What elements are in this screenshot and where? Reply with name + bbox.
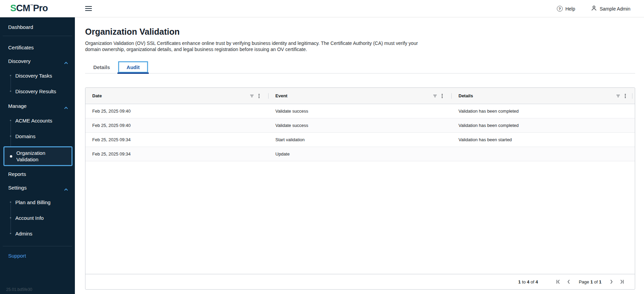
sidebar-item-plan-and-billing[interactable]: Plan and Billing bbox=[0, 197, 75, 207]
pagination-page-text: Page 1 of 1 bbox=[579, 279, 601, 284]
sidebar-item-account-info[interactable]: Account Info bbox=[0, 213, 75, 223]
sidebar-item-reports[interactable]: Reports bbox=[0, 169, 75, 179]
table-row: Feb 25, 2025 09:40 Validate success Vali… bbox=[85, 104, 635, 118]
tab-label: Audit bbox=[127, 64, 140, 70]
help-icon: ? bbox=[557, 6, 563, 12]
sidebar-item-label: Plan and Billing bbox=[15, 199, 50, 205]
sidebar-item-acme-accounts[interactable]: ACME Accounts bbox=[0, 115, 75, 126]
sidebar: Dashboard Certificates Discovery Discove… bbox=[0, 17, 75, 294]
bullet-icon bbox=[10, 120, 11, 121]
sidebar-item-organization-validation[interactable]: Organization Validation bbox=[3, 146, 73, 166]
sidebar-item-label: Certificates bbox=[8, 45, 34, 50]
table-header-row: Date Event Details bbox=[85, 88, 635, 104]
audit-table: Date Event Details bbox=[85, 87, 635, 290]
table-row: Feb 25, 2025 09:34 Start validation Vali… bbox=[85, 133, 635, 147]
cell-event: Validate success bbox=[269, 104, 452, 118]
bullet-icon bbox=[10, 135, 11, 137]
top-right-actions: ? Help Sample Admin bbox=[557, 0, 630, 17]
last-page-button[interactable] bbox=[618, 278, 626, 285]
cell-event: Start validation bbox=[269, 133, 452, 147]
filter-icon[interactable] bbox=[433, 94, 437, 98]
range-word-to: to bbox=[522, 279, 526, 284]
sidebar-item-manage[interactable]: Manage bbox=[0, 101, 75, 111]
column-header-icons bbox=[616, 94, 626, 98]
cell-details bbox=[452, 147, 635, 161]
cell-date: Feb 25, 2025 09:40 bbox=[85, 118, 269, 132]
filter-icon[interactable] bbox=[616, 94, 621, 98]
column-menu-icon[interactable] bbox=[625, 94, 626, 98]
user-name: Sample Admin bbox=[600, 6, 630, 12]
bullet-icon bbox=[10, 75, 11, 76]
cell-date: Feb 25, 2025 09:34 bbox=[85, 133, 269, 147]
tab-details[interactable]: Details bbox=[85, 61, 118, 73]
column-label: Details bbox=[458, 93, 473, 98]
table-row: Feb 25, 2025 09:40 Validate success Vali… bbox=[85, 118, 635, 133]
sidebar-item-discovery-results[interactable]: Discovery Results bbox=[0, 86, 75, 96]
column-menu-icon[interactable] bbox=[441, 94, 443, 98]
page-description: Organization Validation (OV) SSL Certifi… bbox=[85, 40, 422, 52]
bullet-icon bbox=[10, 155, 12, 158]
first-page-button[interactable] bbox=[554, 278, 562, 285]
column-header-event[interactable]: Event bbox=[269, 88, 452, 104]
sidebar-item-certificates[interactable]: Certificates bbox=[0, 42, 75, 52]
user-icon bbox=[591, 5, 597, 12]
logo-cm: CM bbox=[16, 3, 30, 13]
range-total: 4 bbox=[535, 279, 538, 284]
sidebar-item-label: Support bbox=[8, 253, 26, 259]
main-content: Organization Validation Organization Val… bbox=[75, 17, 644, 294]
sidebar-divider bbox=[3, 36, 72, 36]
column-header-date[interactable]: Date bbox=[85, 88, 269, 104]
previous-page-button[interactable] bbox=[565, 278, 573, 285]
sidebar-item-label: Dashboard bbox=[8, 24, 33, 30]
sidebar-item-domains[interactable]: Domains bbox=[0, 131, 75, 141]
sidebar-item-admins[interactable]: Admins bbox=[0, 228, 75, 239]
sidebar-item-label: Organization Validation bbox=[16, 150, 61, 163]
page-word: Page bbox=[579, 279, 589, 284]
pagination-bar: 1 to 4 of 4 Page 1 of 1 bbox=[85, 274, 635, 289]
hamburger-icon bbox=[85, 8, 92, 9]
chevron-up-icon bbox=[64, 104, 68, 110]
tab-bar: Details Audit bbox=[85, 61, 635, 74]
app-logo[interactable]: SCM™Pro bbox=[10, 3, 48, 14]
column-header-details[interactable]: Details bbox=[452, 88, 635, 104]
filter-icon[interactable] bbox=[249, 94, 254, 98]
logo-tm: ™ bbox=[30, 4, 33, 7]
active-tab-underline bbox=[117, 72, 149, 74]
version-label: 25.01.bd5fe30 bbox=[6, 287, 32, 292]
cell-event: Validate success bbox=[269, 118, 452, 132]
hamburger-icon bbox=[85, 6, 92, 7]
chevron-up-icon bbox=[64, 60, 68, 65]
table-row: Feb 25, 2025 09:34 Update bbox=[85, 147, 635, 161]
tab-audit[interactable]: Audit bbox=[118, 61, 148, 73]
sidebar-item-discovery-tasks[interactable]: Discovery Tasks bbox=[0, 70, 75, 81]
pagination-range: 1 to 4 of 4 bbox=[518, 279, 538, 284]
column-menu-icon[interactable] bbox=[258, 94, 260, 98]
range-from: 1 bbox=[518, 279, 521, 284]
sidebar-item-label: Discovery Results bbox=[15, 88, 56, 94]
sidebar-item-discovery[interactable]: Discovery bbox=[0, 56, 75, 66]
help-label: Help bbox=[565, 6, 575, 12]
sidebar-item-support[interactable]: Support bbox=[0, 250, 75, 261]
sidebar-divider bbox=[3, 246, 72, 246]
column-label: Date bbox=[92, 93, 102, 98]
bullet-icon bbox=[10, 201, 11, 203]
page-total: 1 bbox=[599, 279, 601, 284]
next-page-button[interactable] bbox=[608, 278, 615, 285]
sidebar-item-label: Manage bbox=[8, 103, 27, 109]
top-bar: SCM™Pro ? Help Sample Admin bbox=[0, 0, 644, 17]
sidebar-item-label: ACME Accounts bbox=[15, 118, 52, 124]
menu-toggle-button[interactable] bbox=[85, 5, 92, 12]
cell-event: Update bbox=[269, 147, 452, 161]
range-word-of: of bbox=[531, 279, 534, 284]
bullet-icon bbox=[10, 217, 11, 218]
logo-s: S bbox=[10, 3, 16, 13]
user-menu[interactable]: Sample Admin bbox=[591, 5, 630, 12]
sidebar-item-dashboard[interactable]: Dashboard bbox=[0, 22, 75, 32]
logo-pro: Pro bbox=[33, 3, 48, 13]
sidebar-item-label: Reports bbox=[8, 171, 26, 177]
sidebar-item-label: Admins bbox=[15, 231, 32, 236]
help-button[interactable]: ? Help bbox=[557, 6, 575, 12]
column-header-icons bbox=[249, 94, 260, 98]
column-label: Event bbox=[275, 93, 287, 98]
sidebar-item-settings[interactable]: Settings bbox=[0, 182, 75, 193]
